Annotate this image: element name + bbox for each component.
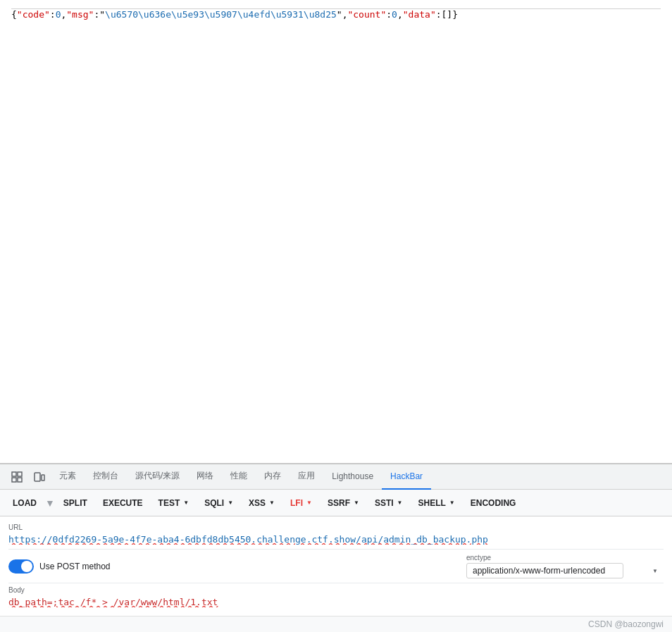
json-response-text: {"code":0,"msg":"\u6570\u636e\u5e93\u590… bbox=[11, 9, 661, 20]
svg-rect-3 bbox=[18, 478, 22, 482]
tab-application[interactable]: 应用 bbox=[290, 464, 323, 490]
tab-performance[interactable]: 性能 bbox=[222, 464, 256, 490]
hackbar-toolbar: LOAD ▼ SPLIT EXECUTE TEST ▼ SQLI ▼ XSS ▼… bbox=[0, 490, 672, 516]
device-mode-icon[interactable] bbox=[28, 469, 51, 485]
load-dropdown-icon[interactable]: ▼ bbox=[45, 497, 55, 509]
devtools-tab-bar: 元素 控制台 源代码/来源 网络 性能 内存 应用 Lighthouse Hac… bbox=[0, 464, 672, 490]
devtools-panel: 元素 控制台 源代码/来源 网络 性能 内存 应用 Lighthouse Hac… bbox=[0, 464, 672, 632]
url-input[interactable] bbox=[8, 533, 664, 546]
xss-dropdown-icon: ▼ bbox=[269, 500, 275, 506]
svg-rect-5 bbox=[42, 475, 44, 481]
execute-button[interactable]: EXECUTE bbox=[96, 495, 150, 511]
ssti-button[interactable]: SSTI ▼ bbox=[368, 495, 410, 511]
body-label: Body bbox=[8, 586, 664, 594]
lfi-dropdown-icon: ▼ bbox=[306, 500, 312, 506]
tab-lighthouse[interactable]: Lighthouse bbox=[323, 464, 382, 490]
ssrf-dropdown-icon: ▼ bbox=[354, 500, 359, 506]
enctype-select[interactable]: application/x-www-form-urlencoded multip… bbox=[466, 563, 623, 578]
shell-dropdown-icon: ▼ bbox=[449, 500, 455, 506]
tab-memory[interactable]: 内存 bbox=[256, 464, 290, 490]
url-label: URL bbox=[8, 523, 664, 531]
svg-rect-1 bbox=[18, 472, 22, 476]
load-button[interactable]: LOAD bbox=[6, 495, 44, 511]
tab-elements[interactable]: 元素 bbox=[51, 464, 85, 490]
test-button[interactable]: TEST ▼ bbox=[151, 495, 197, 511]
tab-network[interactable]: 网络 bbox=[188, 464, 222, 490]
body-input[interactable] bbox=[8, 595, 664, 609]
hackbar-post-section: Use POST method enctype application/x-ww… bbox=[8, 550, 664, 583]
browser-content: {"code":0,"msg":"\u6570\u636e\u5e93\u590… bbox=[0, 0, 672, 464]
post-method-toggle[interactable] bbox=[8, 559, 34, 574]
svg-rect-4 bbox=[35, 473, 40, 481]
enctype-section: enctype application/x-www-form-urlencode… bbox=[466, 554, 664, 578]
svg-rect-0 bbox=[12, 472, 16, 476]
tab-hackbar[interactable]: HackBar bbox=[382, 464, 431, 490]
enctype-wrapper: application/x-www-form-urlencoded multip… bbox=[466, 563, 664, 578]
post-method-label: Use POST method bbox=[39, 562, 111, 571]
encoding-button[interactable]: ENCODING bbox=[463, 495, 523, 511]
inspect-icon[interactable] bbox=[6, 469, 28, 485]
svg-rect-2 bbox=[12, 478, 16, 482]
split-button[interactable]: SPLIT bbox=[56, 495, 94, 511]
sqli-button[interactable]: SQLI ▼ bbox=[197, 495, 240, 511]
post-method-toggle-container: Use POST method bbox=[8, 559, 111, 574]
ssrf-button[interactable]: SSRF ▼ bbox=[321, 495, 366, 511]
xss-button[interactable]: XSS ▼ bbox=[242, 495, 282, 511]
tab-sources[interactable]: 源代码/来源 bbox=[127, 464, 188, 490]
lfi-button[interactable]: LFI ▼ bbox=[283, 495, 319, 511]
footer-credit: CSDN @baozongwi bbox=[588, 619, 664, 629]
hackbar-body: URL Use POST method enctype application/… bbox=[0, 516, 672, 616]
hackbar-url-section: URL bbox=[8, 521, 664, 550]
footer: CSDN @baozongwi bbox=[0, 616, 672, 632]
ssti-dropdown-icon: ▼ bbox=[397, 500, 403, 506]
tab-console[interactable]: 控制台 bbox=[85, 464, 127, 490]
shell-button[interactable]: SHELL ▼ bbox=[411, 495, 461, 511]
enctype-label: enctype bbox=[466, 554, 664, 562]
sqli-dropdown-icon: ▼ bbox=[228, 500, 233, 506]
test-dropdown-icon: ▼ bbox=[183, 500, 189, 506]
hackbar-body-section: Body bbox=[8, 583, 664, 612]
